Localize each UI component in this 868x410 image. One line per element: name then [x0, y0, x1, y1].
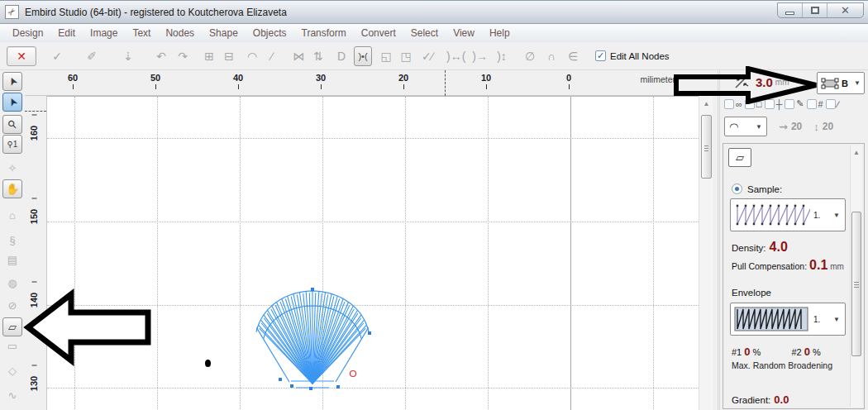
square-node-checkbox[interactable]: [745, 99, 755, 109]
grid-snap-checkbox[interactable]: [807, 99, 817, 109]
closed-outline-tool[interactable]: ◇: [2, 361, 22, 380]
edit-all-nodes-checkbox[interactable]: ✓: [595, 50, 606, 61]
stretch-h-button[interactable]: )↔(: [445, 46, 467, 66]
edit-nodes-tool[interactable]: ➤: [2, 93, 22, 112]
panel-vertical-scrollbar[interactable]: ▲: [850, 145, 862, 407]
tab-column-fill[interactable]: ▱: [728, 148, 751, 167]
generate-stitches-button[interactable]: ✐: [83, 46, 101, 66]
pan-tool[interactable]: ✋: [2, 179, 22, 198]
ruler-tick-10: 10: [470, 73, 503, 83]
pointer-tool[interactable]: ➤: [2, 72, 22, 91]
zoom-1to1-tool[interactable]: ⚲1: [2, 135, 22, 154]
stitch-point-marker[interactable]: [205, 360, 211, 367]
redo-button[interactable]: ↷: [174, 46, 192, 66]
arc-segment-button[interactable]: ◠: [243, 46, 261, 66]
scroll-up-icon[interactable]: ▲: [851, 147, 862, 158]
connect-nodes-icon: ∞: [736, 99, 742, 109]
column-mode-dropdown[interactable]: B ▼: [817, 72, 865, 94]
menu-shape[interactable]: Shape: [202, 26, 246, 41]
gradient-row: Gradient:0.0: [732, 393, 789, 406]
node-forward-button[interactable]: ◳: [397, 46, 415, 66]
zoom-tool[interactable]: ⚲: [2, 115, 22, 134]
close-button[interactable]: ✕: [827, 3, 863, 17]
manual-stitch-tool[interactable]: ∿: [2, 386, 22, 405]
broadening-caption: Max. Random Broadening: [732, 360, 832, 370]
sew-simulator-button[interactable]: ⇣: [119, 46, 137, 66]
outline-hole-tool[interactable]: ◍: [2, 274, 22, 293]
shape-tool[interactable]: ⌂: [2, 206, 22, 225]
embird-studio-window: ✂ Embird Studio (64-bit) - registered to…: [0, 0, 868, 410]
envelope-pattern-dropdown[interactable]: 1. ▼: [730, 303, 846, 336]
sample-stitch-pattern: [734, 202, 810, 228]
close-editor-button[interactable]: ✕: [7, 46, 36, 66]
split-knife-button[interactable]: ⋈: [289, 46, 308, 66]
minimize-button[interactable]: [778, 3, 803, 17]
line-segment-button[interactable]: ∕: [263, 46, 281, 66]
arc-style-dropdown[interactable]: ◠ ▼: [724, 117, 767, 136]
ellipse-button[interactable]: ∅: [521, 46, 539, 66]
sample-radio[interactable]: [732, 184, 742, 194]
broadening-1-value: 0: [744, 346, 750, 358]
order-tool[interactable]: §: [2, 231, 22, 250]
arc-options-row: ◠ ▼ ⇝ 20 ↕ 20: [724, 117, 866, 136]
column-tool[interactable]: ▱: [2, 317, 22, 336]
menu-view[interactable]: View: [446, 26, 482, 41]
connect-nodes-checkbox[interactable]: [724, 99, 734, 109]
panel-scrollbar-thumb[interactable]: [851, 212, 861, 356]
menu-convert[interactable]: Convert: [354, 26, 403, 41]
menu-transform[interactable]: Transform: [294, 26, 354, 41]
freehand-select-tool[interactable]: ✧: [2, 159, 22, 178]
stretch-v-button[interactable]: )↕: [493, 46, 511, 66]
horizontal-ruler: milimeter 6050403020100: [25, 70, 699, 96]
no-fill-tool[interactable]: ⊘: [2, 296, 22, 315]
open-curve-button[interactable]: ∈: [564, 46, 582, 66]
title-bar: ✂ Embird Studio (64-bit) - registered to…: [0, 1, 868, 24]
menu-edit[interactable]: Edit: [50, 26, 83, 41]
scroll-up-icon[interactable]: ▲: [700, 98, 713, 109]
column-mode-label: B: [842, 79, 848, 88]
pen-mode-icon: ✎: [796, 98, 804, 109]
parameters-panel: 3.0 mm B ▼ ∞□┼✎#∕ ◠ ▼ ⇝ 20 ↕ 20: [721, 70, 868, 410]
apply-button[interactable]: ✓: [48, 46, 66, 66]
closed-shape-button[interactable]: D: [332, 46, 351, 66]
hoop-center-mark-h: [445, 70, 446, 96]
add-node-button[interactable]: ⊞: [200, 46, 218, 66]
gridline-v: [488, 97, 489, 410]
menu-nodes[interactable]: Nodes: [158, 26, 202, 41]
broadening-2-value: 0: [804, 346, 810, 358]
slant-checkbox[interactable]: [826, 99, 836, 109]
edit-node-mode-button[interactable]: )•(: [354, 46, 372, 66]
window-title: Embird Studio (64-bit) - registered to K…: [25, 7, 287, 18]
menu-objects[interactable]: Objects: [246, 26, 294, 41]
vertical-ruler: 160150140130: [25, 96, 47, 410]
pen-mode-checkbox[interactable]: [785, 99, 794, 109]
delete-node-button[interactable]: ⊟: [220, 46, 238, 66]
canvas-scrollbar-thumb[interactable]: [701, 115, 712, 179]
node-back-button[interactable]: ◱: [377, 46, 395, 66]
menu-select[interactable]: Select: [403, 26, 446, 41]
canvas-vertical-scrollbar[interactable]: ▲: [699, 96, 713, 410]
undo-button[interactable]: ↶: [152, 46, 170, 66]
design-canvas[interactable]: [47, 96, 699, 410]
stitch-length-row: 3.0 mm: [732, 73, 789, 91]
menu-design[interactable]: Design: [5, 26, 50, 41]
restore-button[interactable]: [803, 3, 827, 17]
arch-button[interactable]: ∩: [542, 46, 560, 66]
menu-help[interactable]: Help: [482, 26, 517, 41]
column-flat-tool[interactable]: ▭: [2, 336, 22, 355]
cross-marker-checkbox[interactable]: [765, 99, 775, 109]
menu-text[interactable]: Text: [125, 26, 158, 41]
broadening-values: #1 0 % #2 0 %: [732, 346, 821, 358]
validate-path-button[interactable]: ✓∕: [418, 46, 436, 66]
sample-pattern-dropdown[interactable]: 1. ▼: [730, 198, 846, 231]
align-nodes-button[interactable]: ⇅: [309, 46, 327, 66]
menu-image[interactable]: Image: [83, 26, 125, 41]
layers-tool[interactable]: ▤: [2, 250, 22, 269]
shell-embroidery-object[interactable]: [253, 288, 377, 395]
gradient-value: 0.0: [774, 393, 789, 406]
ruler-tick-30: 30: [304, 73, 337, 83]
panel-splitter[interactable]: [718, 70, 720, 410]
chevron-down-icon: ▼: [833, 212, 840, 219]
shift-node-button[interactable]: )→: [470, 46, 489, 66]
pull-compensation-row: Pull Compensation:0.1 mm: [732, 258, 844, 273]
